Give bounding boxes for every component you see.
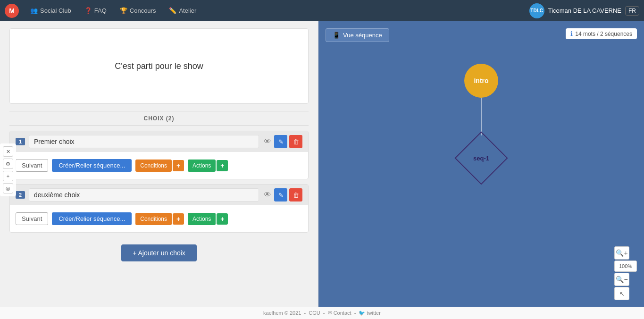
conditions-plus-button-2[interactable]: + — [173, 213, 184, 225]
zoom-out-icon: 🔍− — [616, 276, 627, 283]
nav-right: TDLC Ticeman DE LA CAVERNE FR — [529, 3, 639, 18]
zoom-controls: 🔍+ 100% 🔍− ↖ — [614, 246, 637, 300]
nav-social-club[interactable]: 👥 Social Club — [25, 4, 77, 17]
conditions-group-1: Conditions + — [135, 160, 184, 172]
conditions-button-2[interactable]: Conditions — [135, 213, 172, 225]
actions-button-2[interactable]: Actions — [188, 213, 216, 225]
add-tool[interactable]: + — [3, 171, 13, 181]
footer-twitter-link[interactable]: twitter — [367, 310, 381, 316]
create-seq-button-1[interactable]: Créer/Relier séquence... — [52, 159, 132, 172]
nav-concours[interactable]: 🏆 Concours — [114, 4, 162, 17]
node-seq-label[interactable]: seq-1 — [462, 139, 500, 177]
close-tool[interactable]: ✕ — [3, 146, 13, 157]
conditions-group-2: Conditions + — [135, 213, 184, 225]
choice-edit-button-1[interactable]: ✎ — [274, 135, 287, 148]
flowchart: intro seq-1 — [318, 21, 644, 319]
choice-title-input-1[interactable] — [29, 135, 259, 148]
nav-logo: M — [5, 4, 19, 18]
footer-cgu-link[interactable]: CGU — [309, 310, 320, 316]
choice-card-2: 2 👁 ✎ 🗑 Suivant Créer/Relier séquence...… — [9, 184, 309, 233]
cursor-button[interactable]: ↖ — [614, 287, 629, 300]
choice-delete-button-2[interactable]: 🗑 — [289, 188, 302, 201]
suivant-button-2[interactable]: Suivant — [16, 212, 48, 225]
right-panel: 📱 Vue séquence ℹ 14 mots / 2 séquences i… — [318, 21, 644, 319]
content-text: C'est parti pour le show — [115, 61, 203, 71]
settings-tool[interactable]: ⚙ — [3, 159, 13, 169]
actions-plus-button-2[interactable]: + — [217, 213, 228, 225]
choice-visibility-button-1[interactable]: 👁 — [263, 135, 272, 148]
twitter-icon: 🐦 — [359, 310, 365, 316]
left-panel: C'est parti pour le show CHOIX (2) 1 👁 ✎… — [0, 21, 318, 319]
content-block: C'est parti pour le show — [9, 28, 309, 104]
atelier-icon: ✏️ — [169, 7, 176, 14]
top-nav: M 👥 Social Club ❓ FAQ 🏆 Concours ✏️ Atel… — [0, 0, 644, 21]
node-intro[interactable]: intro — [464, 64, 498, 98]
choice-body-1: Suivant Créer/Relier séquence... Conditi… — [10, 152, 308, 179]
avatar: TDLC — [529, 3, 544, 18]
conditions-plus-button-1[interactable]: + — [173, 160, 184, 171]
add-choice-container: + Ajouter un choix — [0, 237, 318, 269]
main-layout: C'est parti pour le show CHOIX (2) 1 👁 ✎… — [0, 21, 644, 319]
email-icon: ✉ — [328, 310, 332, 316]
zoom-in-button[interactable]: 🔍+ — [614, 246, 629, 260]
choice-actions-1: 👁 ✎ 🗑 — [263, 135, 302, 148]
choice-edit-button-2[interactable]: ✎ — [274, 188, 287, 201]
target-tool[interactable]: ◎ — [3, 183, 13, 193]
zoom-out-button[interactable]: 🔍− — [614, 273, 629, 286]
cursor-icon: ↖ — [619, 290, 625, 297]
choices-header: CHOIX (2) — [0, 111, 318, 126]
choice-delete-button-1[interactable]: 🗑 — [289, 135, 302, 148]
social-club-icon: 👥 — [30, 7, 38, 14]
conditions-button-1[interactable]: Conditions — [135, 160, 172, 172]
choices-divider-2 — [9, 126, 309, 126]
actions-group-1: Actions + — [188, 160, 228, 172]
user-name: Ticeman DE LA CAVERNE — [548, 7, 621, 14]
lang-button[interactable]: FR — [625, 6, 639, 16]
connector-line — [481, 98, 482, 135]
side-toolbar: ✕ ⚙ + ◎ — [0, 143, 16, 196]
nav-faq[interactable]: ❓ FAQ — [79, 4, 112, 17]
choice-visibility-button-2[interactable]: 👁 — [263, 188, 272, 201]
actions-plus-button-1[interactable]: + — [217, 160, 228, 171]
choice-title-input-2[interactable] — [29, 188, 259, 201]
choice-header-2: 2 👁 ✎ 🗑 — [10, 185, 308, 205]
zoom-in-icon: 🔍+ — [616, 249, 627, 257]
zoom-percentage: 100% — [614, 260, 637, 272]
choice-number-2: 2 — [16, 191, 25, 199]
choice-card-1: 1 👁 ✎ 🗑 Suivant Créer/Relier séquence...… — [9, 131, 309, 179]
choice-body-2: Suivant Créer/Relier séquence... Conditi… — [10, 205, 308, 232]
actions-button-1[interactable]: Actions — [188, 160, 216, 172]
add-choice-button[interactable]: + Ajouter un choix — [121, 244, 197, 261]
actions-group-2: Actions + — [188, 213, 228, 225]
footer: kaelhem © 2021 - CGU - ✉ Contact - 🐦 twi… — [0, 307, 644, 319]
nav-atelier[interactable]: ✏️ Atelier — [163, 4, 202, 17]
choice-number-1: 1 — [16, 138, 25, 145]
suivant-button-1[interactable]: Suivant — [16, 159, 48, 172]
concours-icon: 🏆 — [120, 7, 127, 14]
choice-header-1: 1 👁 ✎ 🗑 — [10, 131, 308, 152]
nav-items: 👥 Social Club ❓ FAQ 🏆 Concours ✏️ Atelie… — [25, 4, 529, 17]
footer-contact-link[interactable]: Contact — [334, 310, 351, 316]
faq-icon: ❓ — [84, 7, 92, 14]
choice-actions-2: 👁 ✎ 🗑 — [263, 188, 302, 201]
create-seq-button-2[interactable]: Créer/Relier séquence... — [52, 212, 132, 225]
